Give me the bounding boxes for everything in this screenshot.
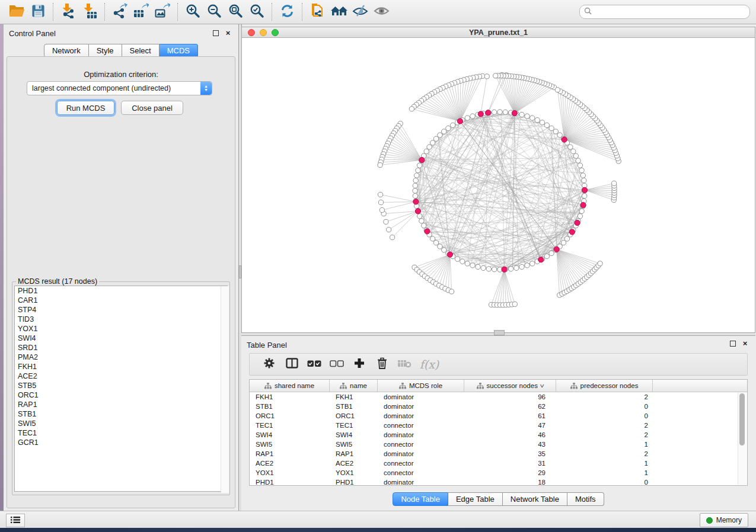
network-node-selected[interactable] bbox=[569, 229, 575, 235]
cell-predecessor-nodes[interactable]: 1 bbox=[556, 441, 653, 448]
network-node[interactable] bbox=[390, 235, 395, 240]
close-panel-button-inner[interactable]: Close panel bbox=[121, 101, 183, 115]
network-node[interactable] bbox=[571, 149, 576, 153]
network-node[interactable] bbox=[573, 153, 578, 158]
tab-style[interactable]: Style bbox=[89, 44, 122, 57]
network-node[interactable] bbox=[509, 267, 513, 271]
network-node[interactable] bbox=[484, 74, 489, 79]
mcds-list-item[interactable]: SRD1 bbox=[15, 343, 227, 352]
table-row[interactable]: SWI5SWI5connector431 bbox=[250, 440, 747, 449]
network-node-selected[interactable] bbox=[478, 111, 483, 117]
close-panel-button[interactable]: × bbox=[225, 30, 231, 36]
network-node[interactable] bbox=[519, 112, 524, 117]
cell-predecessor-nodes[interactable]: 1 bbox=[556, 460, 653, 467]
cell-successor-nodes[interactable]: 62 bbox=[464, 403, 556, 410]
network-node[interactable] bbox=[378, 200, 383, 205]
tab-network[interactable]: Network bbox=[44, 44, 89, 57]
cell-MCDS-role[interactable]: dominator bbox=[378, 412, 464, 419]
network-node[interactable] bbox=[387, 227, 391, 232]
network-node[interactable] bbox=[455, 257, 460, 261]
table-row[interactable]: SWI4SWI4dominator462 bbox=[250, 430, 747, 440]
cell-MCDS-role[interactable]: connector bbox=[378, 422, 464, 429]
network-node[interactable] bbox=[438, 244, 442, 249]
network-node-selected[interactable] bbox=[580, 203, 586, 208]
network-node[interactable] bbox=[413, 178, 418, 182]
mcds-list-item[interactable]: ORC1 bbox=[15, 390, 227, 400]
cell-name[interactable]: STB1 bbox=[330, 403, 378, 410]
mcds-list-item[interactable]: TEC1 bbox=[15, 428, 227, 438]
search-input[interactable] bbox=[595, 7, 745, 17]
tab-network-table[interactable]: Network Table bbox=[503, 492, 567, 506]
cell-MCDS-role[interactable]: dominator bbox=[378, 479, 464, 486]
cell-predecessor-nodes[interactable]: 2 bbox=[556, 450, 653, 457]
network-node-selected[interactable] bbox=[457, 118, 462, 124]
network-node[interactable] bbox=[561, 241, 566, 245]
network-node-selected[interactable] bbox=[538, 257, 544, 262]
memory-button[interactable]: Memory bbox=[700, 513, 748, 527]
tab-edge-table[interactable]: Edge Table bbox=[448, 492, 503, 506]
tab-motifs[interactable]: Motifs bbox=[567, 492, 604, 506]
network-node[interactable] bbox=[465, 116, 470, 120]
select-all-button[interactable] bbox=[303, 355, 326, 374]
refresh-button[interactable] bbox=[276, 2, 298, 21]
network-node[interactable] bbox=[378, 163, 382, 168]
network-node[interactable] bbox=[553, 129, 558, 134]
zoom-in-button[interactable] bbox=[182, 2, 203, 21]
network-node[interactable] bbox=[503, 110, 508, 114]
cell-name[interactable]: ACE2 bbox=[330, 460, 378, 467]
network-node[interactable] bbox=[442, 248, 446, 252]
mcds-list-item[interactable]: TID3 bbox=[15, 315, 227, 324]
network-node[interactable] bbox=[544, 123, 549, 127]
network-node[interactable] bbox=[497, 110, 502, 114]
export-table-button[interactable] bbox=[130, 2, 152, 21]
cell-name[interactable]: FKH1 bbox=[330, 393, 378, 400]
cell-shared-name[interactable]: SWI5 bbox=[250, 441, 330, 448]
network-node[interactable] bbox=[612, 181, 617, 185]
cell-successor-nodes[interactable]: 43 bbox=[464, 441, 556, 448]
show-columns-button[interactable] bbox=[280, 355, 303, 374]
cell-shared-name[interactable]: TEC1 bbox=[250, 422, 330, 429]
network-node-selected[interactable] bbox=[419, 157, 425, 162]
function-builder-button[interactable]: f(x) bbox=[416, 355, 443, 374]
cell-successor-nodes[interactable]: 31 bbox=[464, 460, 556, 467]
network-node-selected[interactable] bbox=[512, 110, 517, 116]
network-node[interactable] bbox=[549, 251, 554, 255]
network-node[interactable] bbox=[492, 267, 496, 272]
cell-name[interactable]: TEC1 bbox=[330, 422, 378, 429]
network-node[interactable] bbox=[476, 264, 480, 269]
network-node[interactable] bbox=[433, 136, 438, 141]
network-node-selected[interactable] bbox=[582, 187, 587, 193]
network-node[interactable] bbox=[568, 145, 573, 149]
cell-shared-name[interactable]: ORC1 bbox=[250, 412, 330, 419]
export-network-button[interactable] bbox=[109, 2, 130, 21]
column-header-predecessor-nodes[interactable]: predecessor nodes bbox=[556, 380, 653, 392]
network-node[interactable] bbox=[442, 129, 446, 134]
mcds-list-item[interactable]: GCR1 bbox=[15, 438, 227, 447]
table-row[interactable]: ORC1ORC1dominator610 bbox=[250, 411, 747, 421]
network-window-titlebar[interactable]: YPA_prune.txt_1 bbox=[242, 27, 755, 38]
network-node[interactable] bbox=[413, 194, 417, 198]
network-graph[interactable] bbox=[242, 37, 755, 332]
network-node-selected[interactable] bbox=[554, 246, 559, 252]
zoom-selected-button[interactable] bbox=[246, 2, 267, 21]
cell-predecessor-nodes[interactable]: 0 bbox=[556, 403, 653, 410]
cell-shared-name[interactable]: SWI4 bbox=[250, 431, 330, 438]
cell-MCDS-role[interactable]: connector bbox=[378, 469, 464, 476]
cell-shared-name[interactable]: YOX1 bbox=[250, 469, 330, 476]
network-node[interactable] bbox=[579, 209, 584, 213]
network-node[interactable] bbox=[512, 302, 517, 306]
open-session-document-button[interactable] bbox=[307, 2, 328, 21]
list-scrollbar[interactable] bbox=[221, 286, 229, 493]
network-node-selected[interactable] bbox=[502, 267, 507, 272]
network-node[interactable] bbox=[514, 265, 519, 270]
network-node[interactable] bbox=[557, 133, 562, 137]
add-column-button[interactable] bbox=[348, 355, 371, 374]
network-node[interactable] bbox=[419, 219, 424, 223]
cell-predecessor-nodes[interactable]: 1 bbox=[556, 469, 653, 476]
cell-successor-nodes[interactable]: 96 bbox=[464, 393, 556, 400]
cell-predecessor-nodes[interactable]: 2 bbox=[556, 393, 653, 400]
mcds-list-item[interactable]: SWI5 bbox=[15, 419, 227, 428]
horizontal-splitter-grip[interactable] bbox=[494, 330, 505, 335]
network-node[interactable] bbox=[555, 88, 560, 92]
export-image-button[interactable] bbox=[152, 2, 173, 21]
